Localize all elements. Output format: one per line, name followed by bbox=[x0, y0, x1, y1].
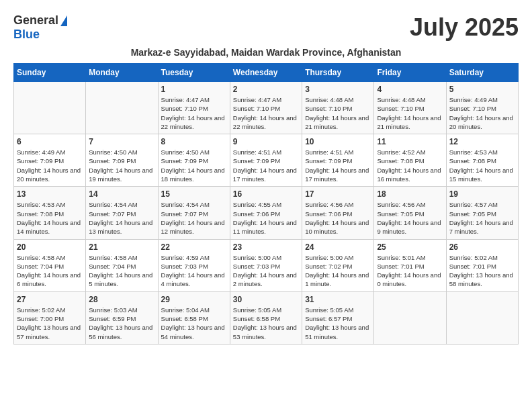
calendar-cell: 5Sunrise: 4:49 AMSunset: 7:10 PMDaylight… bbox=[446, 82, 518, 134]
day-number: 11 bbox=[377, 137, 443, 146]
day-number: 10 bbox=[305, 137, 371, 146]
day-number: 22 bbox=[161, 242, 227, 252]
day-info: Sunrise: 4:58 AMSunset: 7:04 PMDaylight:… bbox=[89, 253, 154, 289]
day-info: Sunrise: 5:02 AMSunset: 7:00 PMDaylight:… bbox=[17, 306, 83, 341]
day-number: 29 bbox=[161, 295, 227, 304]
day-info: Sunrise: 4:57 AMSunset: 7:05 PMDaylight:… bbox=[449, 200, 515, 236]
logo-triangle-icon bbox=[60, 15, 67, 26]
day-of-week-header: Tuesday bbox=[158, 64, 230, 82]
day-info: Sunrise: 5:01 AMSunset: 7:01 PMDaylight:… bbox=[377, 253, 443, 289]
day-number: 9 bbox=[233, 137, 299, 146]
calendar-cell: 7Sunrise: 4:50 AMSunset: 7:09 PMDaylight… bbox=[86, 134, 158, 187]
page-header: General Blue July 2025 bbox=[13, 13, 519, 42]
day-info: Sunrise: 4:54 AMSunset: 7:07 PMDaylight:… bbox=[89, 200, 154, 236]
day-info: Sunrise: 4:59 AMSunset: 7:03 PMDaylight:… bbox=[161, 253, 227, 289]
calendar-week-row: 27Sunrise: 5:02 AMSunset: 7:00 PMDayligh… bbox=[14, 291, 519, 344]
day-info: Sunrise: 5:00 AMSunset: 7:03 PMDaylight:… bbox=[233, 253, 299, 289]
day-of-week-header: Thursday bbox=[302, 64, 374, 82]
calendar-cell bbox=[446, 291, 518, 344]
calendar-cell: 17Sunrise: 4:56 AMSunset: 7:06 PMDayligh… bbox=[302, 187, 374, 239]
calendar-header: SundayMondayTuesdayWednesdayThursdayFrid… bbox=[14, 64, 519, 82]
calendar-cell: 6Sunrise: 4:49 AMSunset: 7:09 PMDaylight… bbox=[14, 134, 86, 187]
day-number: 18 bbox=[377, 189, 443, 199]
calendar-cell: 25Sunrise: 5:01 AMSunset: 7:01 PMDayligh… bbox=[374, 239, 446, 291]
calendar-cell: 1Sunrise: 4:47 AMSunset: 7:10 PMDaylight… bbox=[158, 82, 230, 134]
calendar-cell: 20Sunrise: 4:58 AMSunset: 7:04 PMDayligh… bbox=[14, 239, 86, 291]
calendar-body: 1Sunrise: 4:47 AMSunset: 7:10 PMDaylight… bbox=[14, 82, 519, 345]
day-number: 13 bbox=[17, 189, 83, 199]
day-number: 2 bbox=[233, 85, 299, 94]
day-number: 16 bbox=[233, 189, 299, 199]
day-number: 6 bbox=[17, 137, 83, 146]
day-info: Sunrise: 4:54 AMSunset: 7:07 PMDaylight:… bbox=[161, 200, 227, 236]
day-number: 15 bbox=[161, 189, 227, 199]
day-info: Sunrise: 4:50 AMSunset: 7:09 PMDaylight:… bbox=[89, 148, 154, 183]
logo-general-text: General bbox=[13, 13, 58, 28]
calendar-cell: 13Sunrise: 4:53 AMSunset: 7:08 PMDayligh… bbox=[14, 187, 86, 239]
calendar-cell: 14Sunrise: 4:54 AMSunset: 7:07 PMDayligh… bbox=[86, 187, 158, 239]
day-of-week-header: Saturday bbox=[446, 64, 518, 82]
calendar-cell bbox=[14, 82, 86, 134]
day-number: 26 bbox=[449, 242, 515, 252]
day-info: Sunrise: 4:58 AMSunset: 7:04 PMDaylight:… bbox=[17, 253, 83, 289]
day-number: 23 bbox=[233, 242, 299, 252]
day-number: 19 bbox=[449, 189, 515, 199]
calendar-week-row: 6Sunrise: 4:49 AMSunset: 7:09 PMDaylight… bbox=[14, 134, 519, 187]
day-info: Sunrise: 4:51 AMSunset: 7:09 PMDaylight:… bbox=[233, 148, 299, 183]
day-number: 12 bbox=[449, 137, 515, 146]
day-info: Sunrise: 5:05 AMSunset: 6:57 PMDaylight:… bbox=[305, 306, 371, 341]
day-number: 31 bbox=[305, 295, 371, 304]
calendar-cell bbox=[374, 291, 446, 344]
calendar-cell: 24Sunrise: 5:00 AMSunset: 7:02 PMDayligh… bbox=[302, 239, 374, 291]
day-info: Sunrise: 4:50 AMSunset: 7:09 PMDaylight:… bbox=[161, 148, 227, 183]
location-subtitle: Markaz-e Sayyidabad, Maidan Wardak Provi… bbox=[13, 47, 519, 58]
day-info: Sunrise: 4:56 AMSunset: 7:06 PMDaylight:… bbox=[305, 200, 371, 236]
calendar-cell: 29Sunrise: 5:04 AMSunset: 6:58 PMDayligh… bbox=[158, 291, 230, 344]
logo: General Blue bbox=[13, 13, 67, 42]
day-info: Sunrise: 4:55 AMSunset: 7:06 PMDaylight:… bbox=[233, 200, 299, 236]
day-info: Sunrise: 5:04 AMSunset: 6:58 PMDaylight:… bbox=[161, 306, 227, 341]
calendar-cell: 10Sunrise: 4:51 AMSunset: 7:09 PMDayligh… bbox=[302, 134, 374, 187]
calendar-cell: 4Sunrise: 4:48 AMSunset: 7:10 PMDaylight… bbox=[374, 82, 446, 134]
day-of-week-header: Wednesday bbox=[230, 64, 302, 82]
day-number: 4 bbox=[377, 85, 443, 94]
calendar-cell: 26Sunrise: 5:02 AMSunset: 7:01 PMDayligh… bbox=[446, 239, 518, 291]
day-info: Sunrise: 4:48 AMSunset: 7:10 PMDaylight:… bbox=[377, 95, 443, 131]
calendar-cell: 23Sunrise: 5:00 AMSunset: 7:03 PMDayligh… bbox=[230, 239, 302, 291]
calendar-cell: 12Sunrise: 4:53 AMSunset: 7:08 PMDayligh… bbox=[446, 134, 518, 187]
calendar-cell: 30Sunrise: 5:05 AMSunset: 6:58 PMDayligh… bbox=[230, 291, 302, 344]
calendar-table: SundayMondayTuesdayWednesdayThursdayFrid… bbox=[13, 63, 519, 345]
calendar-cell: 27Sunrise: 5:02 AMSunset: 7:00 PMDayligh… bbox=[14, 291, 86, 344]
calendar-cell bbox=[86, 82, 158, 134]
calendar-cell: 11Sunrise: 4:52 AMSunset: 7:08 PMDayligh… bbox=[374, 134, 446, 187]
day-number: 5 bbox=[449, 85, 515, 94]
calendar-week-row: 20Sunrise: 4:58 AMSunset: 7:04 PMDayligh… bbox=[14, 239, 519, 291]
calendar-cell: 22Sunrise: 4:59 AMSunset: 7:03 PMDayligh… bbox=[158, 239, 230, 291]
month-title: July 2025 bbox=[410, 13, 519, 42]
day-info: Sunrise: 4:47 AMSunset: 7:10 PMDaylight:… bbox=[233, 95, 299, 131]
calendar-cell: 28Sunrise: 5:03 AMSunset: 6:59 PMDayligh… bbox=[86, 291, 158, 344]
day-info: Sunrise: 4:49 AMSunset: 7:10 PMDaylight:… bbox=[449, 95, 515, 131]
calendar-cell: 21Sunrise: 4:58 AMSunset: 7:04 PMDayligh… bbox=[86, 239, 158, 291]
calendar-cell: 3Sunrise: 4:48 AMSunset: 7:10 PMDaylight… bbox=[302, 82, 374, 134]
day-info: Sunrise: 4:53 AMSunset: 7:08 PMDaylight:… bbox=[449, 148, 515, 183]
day-of-week-header: Monday bbox=[86, 64, 158, 82]
calendar-cell: 31Sunrise: 5:05 AMSunset: 6:57 PMDayligh… bbox=[302, 291, 374, 344]
calendar-cell: 2Sunrise: 4:47 AMSunset: 7:10 PMDaylight… bbox=[230, 82, 302, 134]
calendar-cell: 8Sunrise: 4:50 AMSunset: 7:09 PMDaylight… bbox=[158, 134, 230, 187]
day-number: 28 bbox=[89, 295, 154, 304]
day-info: Sunrise: 5:05 AMSunset: 6:58 PMDaylight:… bbox=[233, 306, 299, 341]
day-info: Sunrise: 4:49 AMSunset: 7:09 PMDaylight:… bbox=[17, 148, 83, 183]
day-number: 8 bbox=[161, 137, 227, 146]
day-number: 1 bbox=[161, 85, 227, 94]
calendar-cell: 9Sunrise: 4:51 AMSunset: 7:09 PMDaylight… bbox=[230, 134, 302, 187]
day-info: Sunrise: 4:47 AMSunset: 7:10 PMDaylight:… bbox=[161, 95, 227, 131]
day-info: Sunrise: 5:03 AMSunset: 6:59 PMDaylight:… bbox=[89, 306, 154, 341]
calendar-cell: 15Sunrise: 4:54 AMSunset: 7:07 PMDayligh… bbox=[158, 187, 230, 239]
day-number: 30 bbox=[233, 295, 299, 304]
day-number: 7 bbox=[89, 137, 154, 146]
day-of-week-header: Sunday bbox=[14, 64, 86, 82]
day-number: 25 bbox=[377, 242, 443, 252]
day-number: 27 bbox=[17, 295, 83, 304]
logo-blue-text: Blue bbox=[13, 28, 40, 42]
